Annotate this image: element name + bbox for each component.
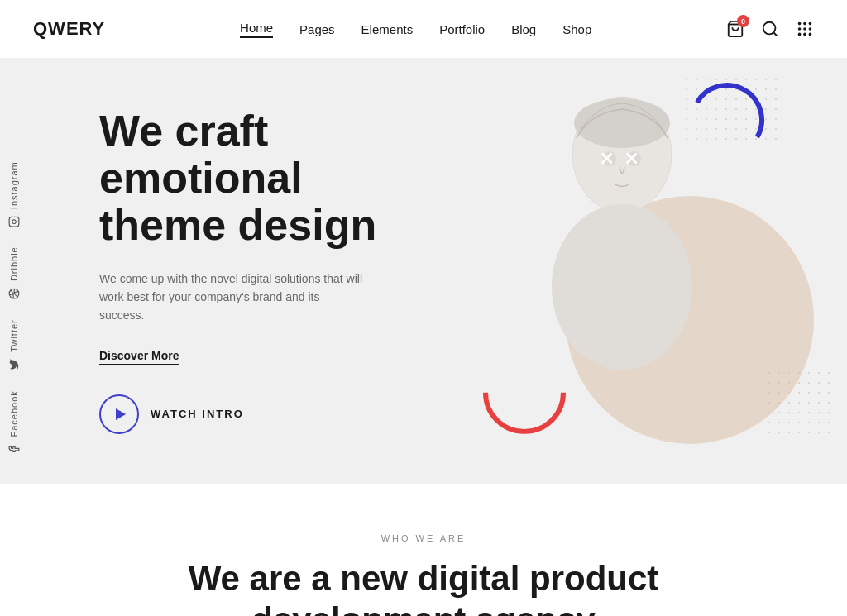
svg-text:✕: ✕ xyxy=(624,149,639,170)
search-icon xyxy=(761,20,779,38)
svg-text:✕: ✕ xyxy=(599,149,614,170)
discover-link[interactable]: Discover More xyxy=(99,349,179,365)
statue-image: ✕ ✕ xyxy=(506,88,738,452)
hero-title: We craft emotional theme design xyxy=(99,107,397,250)
search-button[interactable] xyxy=(761,20,779,38)
social-instagram[interactable]: Instagram xyxy=(0,151,28,237)
nav-portfolio[interactable]: Portfolio xyxy=(439,22,485,36)
nav-pages[interactable]: Pages xyxy=(299,22,335,36)
nav-blog[interactable]: Blog xyxy=(511,22,536,36)
svg-point-9 xyxy=(798,33,802,36)
svg-point-5 xyxy=(809,22,812,26)
svg-point-1 xyxy=(763,22,776,35)
twitter-label: Twitter xyxy=(9,320,19,352)
svg-point-4 xyxy=(803,22,806,26)
hero-content: We craft emotional theme design We come … xyxy=(0,58,447,484)
facebook-label: Facebook xyxy=(9,390,19,437)
cart-badge: 0 xyxy=(737,15,749,27)
who-label: WHO WE ARE xyxy=(33,533,814,543)
instagram-label: Instagram xyxy=(9,161,19,209)
social-dribble[interactable]: Dribble xyxy=(0,237,28,310)
play-circle xyxy=(99,394,139,434)
logo: QWERY xyxy=(33,18,105,40)
hero-section: We craft emotional theme design We come … xyxy=(0,58,847,484)
social-twitter[interactable]: Twitter xyxy=(0,310,28,380)
cart-button[interactable]: 0 xyxy=(726,20,744,38)
twitter-icon xyxy=(8,359,20,370)
statue-svg: ✕ ✕ xyxy=(506,88,738,452)
watch-intro-label: WATCH INTRO xyxy=(151,408,244,420)
hero-subtitle: We come up with the novel digital soluti… xyxy=(99,270,364,325)
nav-shop[interactable]: Shop xyxy=(562,22,591,36)
svg-point-3 xyxy=(798,22,802,26)
svg-point-8 xyxy=(809,27,812,31)
nav-elements[interactable]: Elements xyxy=(361,22,414,36)
grid-menu-button[interactable] xyxy=(796,20,814,38)
watch-intro-button[interactable]: WATCH INTRO xyxy=(99,394,244,434)
svg-point-10 xyxy=(803,33,806,36)
main-nav: Home Pages Elements Portfolio Blog Shop xyxy=(240,21,591,38)
header: QWERY Home Pages Elements Portfolio Blog… xyxy=(0,0,847,58)
who-title: We are a new digital product development… xyxy=(175,558,672,616)
nav-home[interactable]: Home xyxy=(240,21,273,38)
page-wrapper: QWERY Home Pages Elements Portfolio Blog… xyxy=(0,0,847,616)
dribble-icon xyxy=(8,289,20,300)
instagram-icon xyxy=(8,216,20,227)
social-facebook[interactable]: Facebook xyxy=(0,380,28,465)
svg-point-18 xyxy=(552,204,692,370)
svg-point-7 xyxy=(803,27,806,31)
svg-rect-12 xyxy=(9,217,19,227)
side-social: Instagram Dribble Twitter Facebook xyxy=(0,151,28,466)
svg-line-2 xyxy=(773,32,777,36)
who-section: WHO WE ARE We are a new digital product … xyxy=(0,484,847,616)
svg-point-6 xyxy=(798,27,802,31)
grid-icon xyxy=(796,20,814,38)
facebook-icon xyxy=(8,443,20,455)
header-icons: 0 xyxy=(726,20,814,38)
svg-point-11 xyxy=(809,33,812,36)
dribble-label: Dribble xyxy=(9,247,19,282)
play-triangle-icon xyxy=(116,408,126,420)
